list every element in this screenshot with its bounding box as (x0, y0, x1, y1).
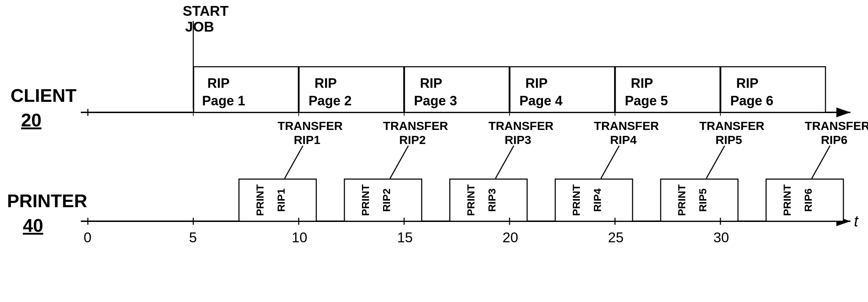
time-5: 5 (189, 230, 197, 245)
client-number: 20 (21, 110, 41, 130)
print-rip-label-5b: RIP5 (697, 189, 708, 212)
transfer-label-5a: TRANSFER (699, 119, 764, 132)
transfer-label-2a: TRANSFER (383, 119, 448, 132)
rip-label-2: RIP (315, 76, 337, 91)
rip-page-5: Page 5 (625, 93, 668, 108)
transfer-label-1b: RIP1 (294, 133, 320, 146)
start-job-label: START (183, 3, 228, 19)
transfer-label-1a: TRANSFER (278, 119, 343, 132)
transfer-arrow-5 (706, 146, 725, 178)
time-30: 30 (713, 230, 729, 245)
print-rip-label-1b: RIP1 (275, 189, 287, 212)
transfer-arrow-3 (495, 146, 514, 178)
transfer-label-6b: RIP6 (821, 133, 848, 146)
print-rip-label-2a: PRINT (359, 184, 371, 216)
rip-page-3: Page 3 (414, 93, 457, 108)
transfer-arrow-6 (812, 146, 830, 178)
transfer-label-3a: TRANSFER (488, 119, 553, 132)
print-rip-label-6a: PRINT (781, 184, 793, 216)
diagram-container: START JOB CLIENT 20 RIP Page 1 RIP Page … (0, 0, 868, 302)
transfer-label-6a: TRANSFER (805, 119, 868, 132)
printer-number: 40 (23, 215, 43, 236)
transfer-label-2b: RIP2 (399, 133, 426, 146)
time-25: 25 (608, 230, 624, 245)
time-axis-label: t (854, 212, 859, 230)
transfer-arrow-1 (285, 146, 303, 178)
start-job-label2: JOB (185, 19, 214, 34)
printer-label: PRINTER (7, 191, 87, 211)
transfer-arrow-2 (390, 146, 408, 178)
rip-page-2: Page 2 (309, 93, 352, 108)
rip-label-1: RIP (207, 76, 229, 91)
time-10: 10 (292, 230, 307, 245)
rip-page-6: Page 6 (730, 93, 773, 108)
print-rip-label-1a: PRINT (254, 184, 266, 216)
transfer-label-5b: RIP5 (715, 133, 742, 146)
transfer-label-4a: TRANSFER (594, 119, 659, 132)
print-rip-label-6b: RIP6 (802, 189, 814, 212)
transfer-label-3b: RIP3 (505, 133, 531, 146)
rip-label-5: RIP (631, 76, 653, 91)
print-rip-label-3a: PRINT (465, 184, 477, 216)
print-rip-label-2b: RIP2 (381, 189, 392, 212)
rip-label-6: RIP (736, 76, 758, 91)
rip-label-4: RIP (525, 76, 548, 91)
time-20: 20 (503, 230, 518, 245)
time-15: 15 (397, 230, 413, 245)
transfer-label-4b: RIP4 (610, 133, 637, 146)
rip-label-3: RIP (420, 76, 442, 91)
print-rip-label-3b: RIP3 (486, 189, 498, 212)
rip-page-1: Page 1 (202, 93, 245, 108)
print-rip-label-5a: PRINT (676, 184, 687, 216)
transfer-arrow-4 (601, 146, 619, 178)
print-rip-label-4b: RIP4 (591, 188, 603, 212)
rip-page-4: Page 4 (519, 93, 563, 108)
time-0: 0 (84, 230, 91, 245)
print-rip-label-4a: PRINT (570, 184, 582, 216)
client-label: CLIENT (11, 85, 77, 106)
